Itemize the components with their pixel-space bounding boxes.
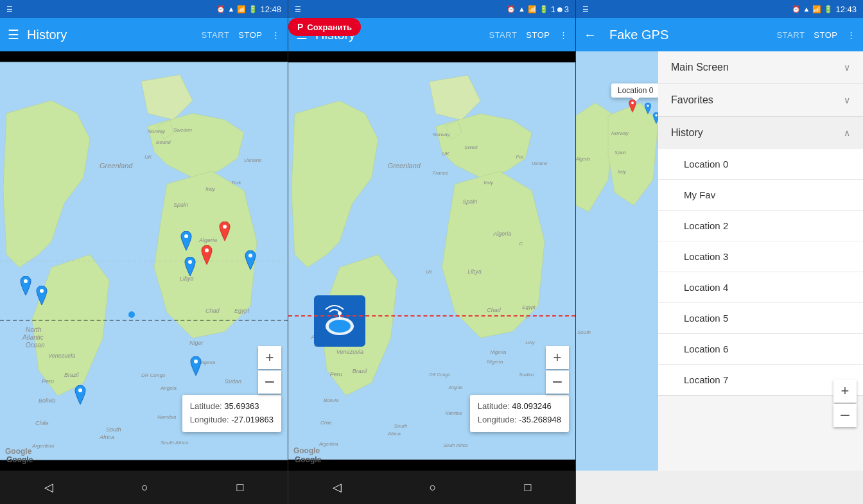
start-button-1[interactable]: START bbox=[201, 30, 229, 40]
map-pin-red-2[interactable] bbox=[199, 245, 214, 265]
menu-item-location6[interactable]: Location 6 bbox=[658, 334, 863, 365]
battery-icon-2: 🔋 bbox=[539, 5, 548, 13]
svg-text:Norway: Norway bbox=[432, 132, 450, 137]
zoom-in-2[interactable]: + bbox=[546, 346, 569, 369]
stop-button-3[interactable]: STOP bbox=[814, 30, 837, 40]
chevron-main: ∨ bbox=[844, 62, 850, 73]
menu-item-location7[interactable]: Location 7 bbox=[658, 365, 863, 395]
map-pin-blue-5[interactable] bbox=[243, 250, 258, 270]
menu-item-location5[interactable]: Location 5 bbox=[658, 303, 863, 334]
menu-header-favorites[interactable]: Favorites ∨ bbox=[658, 84, 863, 116]
svg-text:Africa: Africa bbox=[387, 431, 401, 437]
zoom-buttons-1: + − bbox=[258, 346, 281, 394]
svg-text:Venezuela: Venezuela bbox=[336, 349, 363, 355]
menu-item-location2[interactable]: Location 2 bbox=[658, 211, 863, 241]
svg-text:Spain: Spain bbox=[615, 150, 626, 155]
back-button-1[interactable]: ◁ bbox=[31, 474, 66, 501]
menu-header-main[interactable]: Main Screen ∨ bbox=[658, 51, 863, 83]
svg-text:Angola: Angola bbox=[448, 385, 462, 390]
hamburger-icon-1[interactable]: ☰ bbox=[8, 27, 19, 42]
svg-point-36 bbox=[184, 234, 188, 238]
equator-line-2 bbox=[288, 315, 575, 317]
more-menu-1[interactable]: ⋮ bbox=[272, 30, 281, 40]
svg-text:South: South bbox=[106, 426, 121, 433]
svg-point-41 bbox=[194, 360, 198, 363]
menu-item-location0[interactable]: Location 0 bbox=[658, 149, 863, 180]
menu-header-history[interactable]: History ∧ bbox=[658, 117, 863, 149]
back-button-2[interactable]: ◁ bbox=[320, 474, 354, 501]
map-pin-p3[interactable] bbox=[627, 100, 638, 112]
map-area-1[interactable]: Greenland North Atlantic Ocean Libya Alg… bbox=[0, 51, 288, 471]
zoom-out-3[interactable]: − bbox=[833, 404, 857, 427]
lng-value-2: -35.268948 bbox=[519, 415, 561, 424]
app-bar-3: ← Fake GPS START STOP ⋮ bbox=[576, 18, 863, 51]
coords-box-1: Latitude: 35.69363 Longitude: -27.019863 bbox=[182, 395, 281, 432]
app-actions-3: START STOP ⋮ bbox=[776, 30, 855, 40]
status-time-3: 12:43 bbox=[835, 4, 857, 14]
status-icons-right: ⏰ ▲ 📶 🔋 12:48 bbox=[216, 4, 281, 14]
phone-2: ☰ ⏰ ▲ 📶 🔋 1☻3 Сохранить ☰ History START … bbox=[288, 0, 575, 504]
zoom-buttons-2: + − bbox=[546, 346, 569, 394]
svg-text:Spain: Spain bbox=[173, 202, 188, 208]
stop-button-1[interactable]: STOP bbox=[238, 30, 262, 40]
svg-point-99 bbox=[647, 105, 649, 107]
map-area-2[interactable]: Greenland North Atlantic Ocean Swed Norw… bbox=[288, 51, 575, 471]
svg-point-40 bbox=[248, 254, 252, 257]
svg-text:Algeria: Algeria bbox=[493, 230, 511, 237]
more-menu-3[interactable]: ⋮ bbox=[847, 30, 856, 40]
zoom-out-2[interactable]: − bbox=[546, 370, 569, 394]
alarm-icon-2: ⏰ bbox=[507, 5, 516, 13]
svg-text:Argentina: Argentina bbox=[31, 443, 55, 449]
svg-text:Brazil: Brazil bbox=[353, 368, 367, 374]
status-bar-2: ☰ ⏰ ▲ 📶 🔋 1☻3 bbox=[288, 0, 575, 18]
svg-text:Sudan: Sudan bbox=[519, 372, 534, 378]
svg-text:Egypt: Egypt bbox=[234, 308, 250, 314]
wifi-icon-2: ▲ bbox=[518, 5, 525, 13]
svg-text:Sudan: Sudan bbox=[225, 378, 241, 385]
menu-section-main: Main Screen ∨ bbox=[658, 51, 863, 84]
zoom-in-3[interactable]: + bbox=[833, 379, 857, 403]
menu-history-label: History bbox=[671, 127, 703, 139]
stop-button-2[interactable]: STOP bbox=[526, 30, 550, 40]
back-icon-3[interactable]: ← bbox=[584, 28, 597, 42]
map-pin-blue-7[interactable] bbox=[73, 385, 88, 404]
start-button-2[interactable]: START bbox=[489, 30, 517, 40]
svg-text:South Africa: South Africa bbox=[443, 443, 467, 448]
svg-text:Peru: Peru bbox=[42, 378, 54, 385]
map-pin-p3-b1[interactable] bbox=[643, 103, 652, 114]
battery-icon: 🔋 bbox=[248, 5, 257, 13]
pinterest-button[interactable]: Сохранить bbox=[288, 18, 361, 36]
map-pin-red-1[interactable] bbox=[217, 222, 232, 241]
status-time-2: 1☻3 bbox=[551, 4, 569, 14]
wifi-icon-3: ▲ bbox=[803, 5, 810, 13]
map-pin-blue-4[interactable] bbox=[182, 257, 198, 276]
map-pin-blue-2[interactable] bbox=[34, 286, 49, 305]
map-pin-blue-1[interactable] bbox=[18, 276, 33, 295]
map-pin-blue-3[interactable] bbox=[179, 231, 194, 250]
more-menu-2[interactable]: ⋮ bbox=[559, 30, 568, 40]
recents-button-2[interactable]: □ bbox=[512, 474, 545, 501]
map-pin-p3-b2[interactable] bbox=[652, 112, 658, 124]
lat-label-1: Latitude: bbox=[190, 401, 222, 411]
recents-button-1[interactable]: □ bbox=[223, 474, 256, 501]
zoom-out-1[interactable]: − bbox=[258, 370, 281, 394]
side-drawer[interactable]: Main Screen ∨ Favorites ∨ History ∧ Loca… bbox=[658, 51, 863, 471]
menu-item-location3[interactable]: Location 3 bbox=[658, 241, 863, 272]
home-button-2[interactable]: ○ bbox=[417, 474, 449, 501]
zoom-in-1[interactable]: + bbox=[258, 346, 281, 369]
menu-item-location4[interactable]: Location 4 bbox=[658, 272, 863, 303]
signal-icon-3: 📶 bbox=[812, 5, 821, 13]
map-pin-blue-6[interactable] bbox=[188, 356, 204, 376]
google-watermark-1: Google bbox=[6, 455, 33, 464]
menu-item-myfav[interactable]: My Fav bbox=[658, 180, 863, 211]
zoom-buttons-3: + − bbox=[833, 379, 857, 427]
status-icons-right-2: ⏰ ▲ 📶 🔋 1☻3 bbox=[507, 4, 569, 14]
svg-text:Algeria: Algeria bbox=[198, 237, 217, 243]
svg-point-98 bbox=[631, 101, 634, 104]
menu-main-label: Main Screen bbox=[671, 62, 729, 73]
home-button-1[interactable]: ○ bbox=[128, 474, 161, 501]
svg-text:Norway: Norway bbox=[148, 128, 166, 134]
app-actions-1: START STOP ⋮ bbox=[201, 30, 280, 40]
svg-text:Italy: Italy bbox=[618, 169, 626, 175]
start-button-3[interactable]: START bbox=[776, 30, 805, 40]
